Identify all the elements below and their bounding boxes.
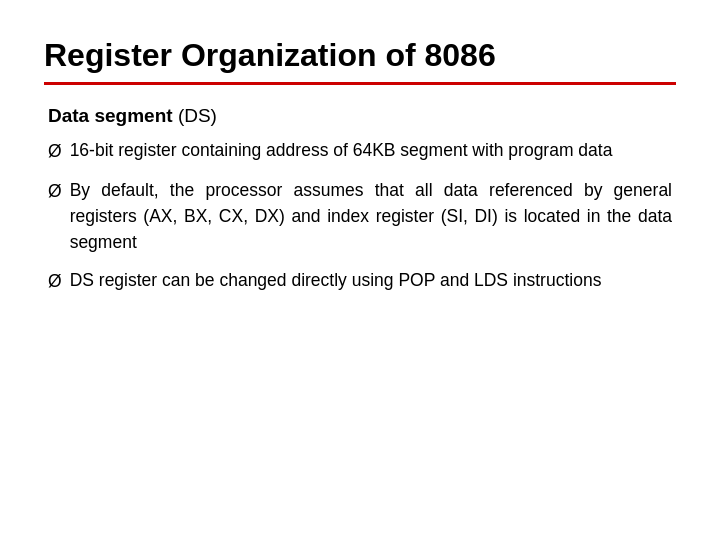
- section-heading-bold: Data segment: [48, 105, 173, 126]
- bullet-symbol-2: Ø: [48, 178, 62, 204]
- section-heading: Data segment (DS): [48, 105, 672, 127]
- list-item: Ø DS register can be changed directly us…: [48, 267, 672, 294]
- title-area: Register Organization of 8086: [44, 36, 676, 85]
- list-item: Ø 16-bit register containing address of …: [48, 137, 672, 164]
- content-area: Data segment (DS) Ø 16-bit register cont…: [44, 105, 676, 294]
- bullet-text-3: DS register can be changed directly usin…: [70, 267, 672, 293]
- bullet-symbol-1: Ø: [48, 138, 62, 164]
- slide-container: Register Organization of 8086 Data segme…: [0, 0, 720, 540]
- title-divider: [44, 82, 676, 85]
- bullet-text-1: 16-bit register containing address of 64…: [70, 137, 672, 163]
- slide-title: Register Organization of 8086: [44, 36, 676, 74]
- bullet-list: Ø 16-bit register containing address of …: [48, 137, 672, 294]
- bullet-symbol-3: Ø: [48, 268, 62, 294]
- section-heading-normal: (DS): [173, 105, 217, 126]
- bullet-text-2: By default, the processor assumes that a…: [70, 177, 672, 256]
- list-item: Ø By default, the processor assumes that…: [48, 177, 672, 256]
